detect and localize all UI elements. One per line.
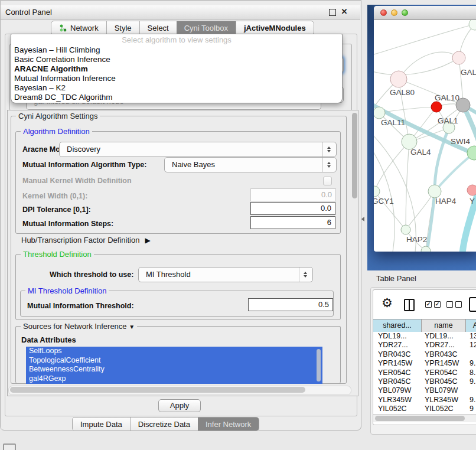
combo-spinner-icon	[322, 158, 332, 172]
table-row[interactable]: YLR345WYLR345W9.	[373, 396, 476, 405]
column-header[interactable]: name	[422, 319, 466, 332]
aracne-mode-combobox[interactable]: Discovery	[59, 142, 337, 157]
control-panel-title: Control Panel	[5, 8, 52, 17]
mi-algorithm-type-combobox[interactable]: Naive Bayes	[164, 157, 337, 172]
network-node-label: GAL	[461, 68, 476, 77]
table-row[interactable]: YDR27...YDR27...12	[373, 341, 476, 350]
table-cell: YIL052C	[422, 405, 466, 413]
algorithm-option[interactable]: Mutual Information Inference	[11, 74, 342, 83]
algorithm-option[interactable]: Dream8 DC_TDC Algorithm	[11, 93, 342, 102]
attribute-item[interactable]: SelfLoops	[26, 347, 322, 356]
sources-group-title[interactable]: Sources for Network Inference ▼	[21, 322, 137, 331]
table-cell: YPR145W	[373, 359, 422, 368]
table-row[interactable]: YBR043CYBR043C	[373, 350, 476, 359]
network-node[interactable]	[452, 51, 465, 64]
tab-cyni-toolbox[interactable]: Cyni Toolbox	[177, 21, 236, 34]
table-cell: YDL19...	[422, 332, 466, 341]
network-edge	[374, 132, 416, 252]
kernel-width-field[interactable]: 0.0	[250, 188, 336, 201]
data-attributes-label: Data Attributes	[21, 335, 76, 344]
network-node[interactable]	[469, 20, 476, 30]
network-node[interactable]	[390, 71, 407, 87]
column-header[interactable]: shared...	[373, 319, 422, 332]
network-edge	[399, 52, 459, 79]
checked-pair-icon[interactable]: ✓✓	[425, 301, 441, 308]
control-panel-titlebar[interactable]	[1, 5, 360, 20]
network-node[interactable]	[431, 102, 442, 112]
float-window-icon[interactable]	[329, 9, 336, 16]
split-panel-icon[interactable]	[404, 299, 415, 311]
cyni-algorithm-settings-title: Cyni Algorithm Settings	[16, 112, 100, 120]
mi-steps-field[interactable]: 6	[250, 216, 335, 229]
table-cell: 13	[466, 332, 476, 341]
network-window-titlebar[interactable]	[374, 6, 476, 20]
network-node-label: Y	[470, 197, 475, 206]
table-row[interactable]: YBR045CYBR045C9.	[373, 377, 476, 386]
tab-style[interactable]: Style	[106, 21, 139, 34]
tab-select[interactable]: Select	[139, 21, 177, 34]
bottom-tab-impute-data[interactable]: Impute Data	[73, 418, 130, 431]
tab-jactivemnodules[interactable]: jActiveMNodules	[236, 21, 314, 34]
settings-vertical-scrollbar[interactable]	[352, 113, 357, 198]
table-cell: YIL052C	[373, 405, 422, 413]
table-cell: YPR145W	[422, 359, 466, 368]
manual-kernel-width-label: Manual Kernel Width Definition	[22, 177, 132, 185]
table-horizontal-scrollbar[interactable]	[373, 414, 476, 422]
algorithm-option[interactable]: Basic Correlation Inference	[11, 55, 342, 64]
mi-threshold-label: Mutual Information Threshold:	[27, 302, 134, 310]
table-row[interactable]: YDL19...YDL19...13	[373, 332, 476, 341]
network-view-window: GALGAL80GAL10GAL11GAL1GAL4SWI4GCY1HAP4YH…	[374, 6, 476, 252]
bottom-tabbar: Impute DataDiscretize DataInfer Network	[72, 417, 259, 431]
bottom-tab-infer-network[interactable]: Infer Network	[198, 418, 259, 431]
network-node-label: HAP4	[435, 197, 457, 206]
close-icon[interactable]: ✕	[340, 6, 349, 17]
document-icon[interactable]	[469, 297, 476, 312]
algorithm-option[interactable]: ARACNE Algorithm	[11, 64, 342, 74]
dpi-tolerance-label: DPI Tolerance [0,1]:	[22, 206, 91, 214]
tab-jactivemnodules-label: jActiveMNodules	[244, 24, 306, 32]
network-icon	[59, 24, 67, 32]
which-threshold-combobox[interactable]: MI Threshold	[138, 267, 313, 282]
table-row[interactable]: YPR145WYPR145W9.	[373, 359, 476, 368]
mi-algorithm-type-label: Mutual Information Algorithm Type:	[22, 161, 146, 169]
mi-threshold-field[interactable]: 0.5	[248, 298, 333, 311]
settings-horizontal-scrollbar[interactable]	[8, 386, 351, 395]
minimize-traffic-light-icon[interactable]	[391, 9, 397, 16]
network-node[interactable]	[374, 186, 380, 197]
unchecked-pair-icon[interactable]	[446, 301, 462, 308]
gear-icon[interactable]: ⚙	[382, 296, 393, 310]
dock-icon[interactable]	[3, 444, 16, 450]
hub-definition-expander[interactable]: Hub/Transcription Factor Definition▶	[21, 236, 151, 244]
aracne-mode-value: Discovery	[67, 142, 100, 156]
control-panel-tabbar: NetworkStyleSelectCyni ToolboxjActiveMNo…	[51, 21, 314, 35]
mi-algorithm-type-value: Naive Bayes	[172, 158, 215, 171]
table-cell: YER054C	[422, 369, 466, 377]
apply-button[interactable]: Apply	[158, 399, 201, 412]
bottom-tab-discretize-data[interactable]: Discretize Data	[130, 418, 198, 431]
column-header[interactable]: A	[466, 319, 476, 332]
network-node[interactable]	[467, 185, 476, 195]
attribute-item[interactable]: gal4RGexp	[26, 374, 322, 384]
splitter-collapse-icon[interactable]	[361, 217, 364, 221]
network-node[interactable]	[374, 107, 385, 119]
network-canvas[interactable]: GALGAL80GAL10GAL11GAL1GAL4SWI4GCY1HAP4YH…	[374, 20, 476, 252]
table-row[interactable]: YBL079WYBL079W	[373, 386, 476, 395]
dpi-tolerance-field[interactable]: 0.0	[250, 202, 335, 215]
network-node[interactable]	[401, 225, 410, 234]
manual-kernel-width-checkbox[interactable]	[323, 177, 332, 185]
table-cell: YLR345W	[373, 396, 422, 405]
algorithm-option[interactable]: Bayesian – Hill Climbing	[11, 45, 342, 55]
table-row[interactable]: YIL052CYIL052C9	[373, 405, 476, 413]
attributes-list-scrollbar[interactable]	[317, 349, 321, 381]
tab-network[interactable]: Network	[51, 21, 106, 34]
network-node[interactable]	[428, 185, 441, 198]
attribute-item[interactable]: BetweennessCentrality	[26, 365, 322, 374]
hub-definition-label: Hub/Transcription Factor Definition	[21, 236, 139, 244]
table-cell: 8.	[466, 369, 476, 377]
table-row[interactable]: YER054CYER054C8.	[373, 369, 476, 377]
zoom-traffic-light-icon[interactable]	[402, 9, 408, 16]
algorithm-option[interactable]: Bayesian – K2	[11, 83, 342, 93]
close-traffic-light-icon[interactable]	[380, 9, 387, 16]
attribute-item[interactable]: TopologicalCoefficient	[26, 356, 322, 366]
tab-network-label: Network	[70, 24, 99, 32]
